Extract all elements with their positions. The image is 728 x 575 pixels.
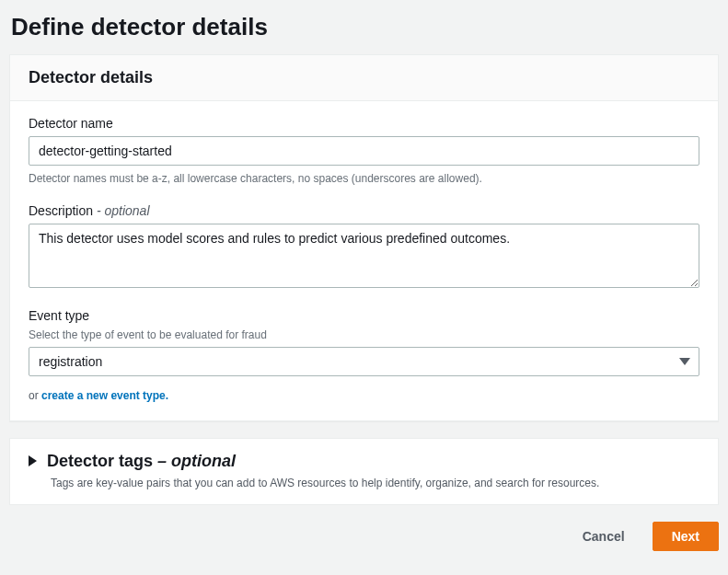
caret-right-icon xyxy=(29,455,38,466)
tags-title-text: Detector tags xyxy=(47,452,157,470)
card-header-title: Detector details xyxy=(29,68,699,87)
description-label: Description - optional xyxy=(29,203,699,218)
event-type-selected-value: registration xyxy=(39,354,102,369)
next-button[interactable]: Next xyxy=(653,522,719,551)
event-type-field: Event type Select the type of event to b… xyxy=(29,308,699,402)
detector-name-field: Detector name Detector names must be a-z… xyxy=(29,116,699,187)
or-create-row: or create a new event type. xyxy=(29,389,699,402)
description-optional: - optional xyxy=(97,203,150,218)
event-type-helper: Select the type of event to be evaluated… xyxy=(29,328,699,341)
svg-marker-1 xyxy=(29,455,37,466)
or-text: or xyxy=(29,389,41,402)
page-title: Define detector details xyxy=(0,0,728,54)
create-event-type-link[interactable]: create a new event type. xyxy=(41,389,168,402)
footer-buttons: Cancel Next xyxy=(0,522,728,560)
detector-details-card: Detector details Detector name Detector … xyxy=(9,54,719,421)
event-type-select-wrapper: registration xyxy=(29,347,699,376)
detector-name-label: Detector name xyxy=(29,116,699,131)
description-input[interactable] xyxy=(29,224,699,288)
event-type-label: Event type xyxy=(29,308,699,323)
detector-name-input[interactable] xyxy=(29,136,699,166)
detector-tags-header[interactable]: Detector tags – optional xyxy=(29,452,699,471)
description-field: Description - optional xyxy=(29,203,699,292)
detector-tags-description: Tags are key-value pairs that you can ad… xyxy=(51,477,699,489)
description-label-text: Description xyxy=(29,203,93,218)
card-body: Detector name Detector names must be a-z… xyxy=(10,101,718,420)
detector-tags-card: Detector tags – optional Tags are key-va… xyxy=(9,438,719,505)
detector-name-helper: Detector names must be a-z, all lowercas… xyxy=(29,171,699,187)
card-header: Detector details xyxy=(10,55,718,101)
cancel-button[interactable]: Cancel xyxy=(564,522,643,551)
event-type-select[interactable]: registration xyxy=(29,347,699,376)
tags-optional: – optional xyxy=(157,452,236,470)
detector-tags-title: Detector tags – optional xyxy=(47,452,236,471)
